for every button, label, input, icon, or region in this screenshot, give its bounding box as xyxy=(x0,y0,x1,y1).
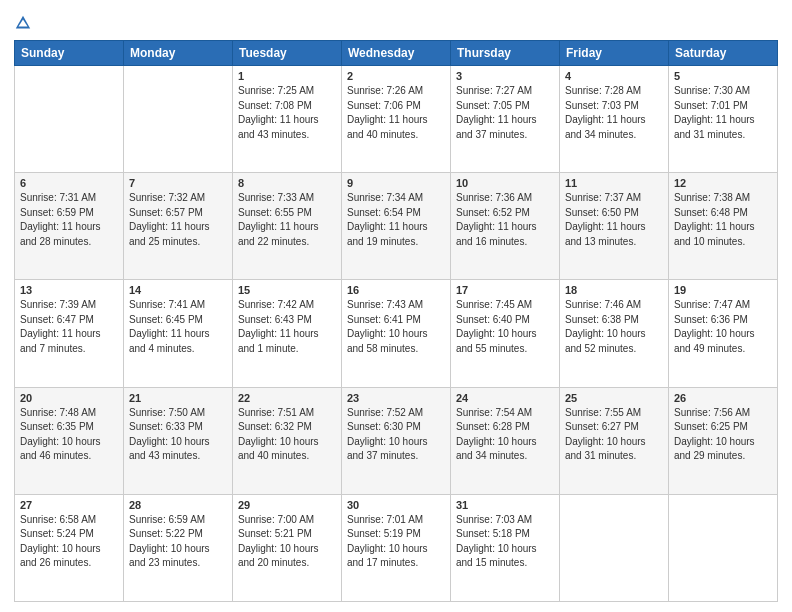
calendar-cell: 18Sunrise: 7:46 AMSunset: 6:38 PMDayligh… xyxy=(560,280,669,387)
page: SundayMondayTuesdayWednesdayThursdayFrid… xyxy=(0,0,792,612)
sunset-text: Sunset: 7:05 PM xyxy=(456,99,554,114)
sunrise-text: Sunrise: 7:26 AM xyxy=(347,84,445,99)
day-info: Sunrise: 7:36 AMSunset: 6:52 PMDaylight:… xyxy=(456,191,554,249)
calendar-cell: 12Sunrise: 7:38 AMSunset: 6:48 PMDayligh… xyxy=(669,173,778,280)
calendar-cell: 1Sunrise: 7:25 AMSunset: 7:08 PMDaylight… xyxy=(233,66,342,173)
day-info: Sunrise: 7:50 AMSunset: 6:33 PMDaylight:… xyxy=(129,406,227,464)
daylight-text: Daylight: 11 hours and 31 minutes. xyxy=(674,113,772,142)
day-number: 16 xyxy=(347,284,445,296)
day-number: 30 xyxy=(347,499,445,511)
calendar-cell: 25Sunrise: 7:55 AMSunset: 6:27 PMDayligh… xyxy=(560,387,669,494)
calendar-cell: 14Sunrise: 7:41 AMSunset: 6:45 PMDayligh… xyxy=(124,280,233,387)
day-number: 5 xyxy=(674,70,772,82)
day-info: Sunrise: 7:25 AMSunset: 7:08 PMDaylight:… xyxy=(238,84,336,142)
day-info: Sunrise: 7:00 AMSunset: 5:21 PMDaylight:… xyxy=(238,513,336,571)
daylight-text: Daylight: 11 hours and 4 minutes. xyxy=(129,327,227,356)
calendar-cell xyxy=(560,494,669,601)
sunrise-text: Sunrise: 7:43 AM xyxy=(347,298,445,313)
day-number: 24 xyxy=(456,392,554,404)
day-info: Sunrise: 7:42 AMSunset: 6:43 PMDaylight:… xyxy=(238,298,336,356)
sunrise-text: Sunrise: 7:25 AM xyxy=(238,84,336,99)
sunrise-text: Sunrise: 7:50 AM xyxy=(129,406,227,421)
sunset-text: Sunset: 7:06 PM xyxy=(347,99,445,114)
daylight-text: Daylight: 10 hours and 20 minutes. xyxy=(238,542,336,571)
sunrise-text: Sunrise: 7:48 AM xyxy=(20,406,118,421)
daylight-text: Daylight: 10 hours and 46 minutes. xyxy=(20,435,118,464)
day-number: 11 xyxy=(565,177,663,189)
sunrise-text: Sunrise: 7:55 AM xyxy=(565,406,663,421)
day-header-saturday: Saturday xyxy=(669,41,778,66)
sunrise-text: Sunrise: 7:45 AM xyxy=(456,298,554,313)
daylight-text: Daylight: 11 hours and 25 minutes. xyxy=(129,220,227,249)
sunrise-text: Sunrise: 7:46 AM xyxy=(565,298,663,313)
calendar-week-1: 1Sunrise: 7:25 AMSunset: 7:08 PMDaylight… xyxy=(15,66,778,173)
daylight-text: Daylight: 11 hours and 13 minutes. xyxy=(565,220,663,249)
day-info: Sunrise: 7:03 AMSunset: 5:18 PMDaylight:… xyxy=(456,513,554,571)
sunset-text: Sunset: 6:45 PM xyxy=(129,313,227,328)
day-info: Sunrise: 7:54 AMSunset: 6:28 PMDaylight:… xyxy=(456,406,554,464)
day-info: Sunrise: 7:37 AMSunset: 6:50 PMDaylight:… xyxy=(565,191,663,249)
day-number: 7 xyxy=(129,177,227,189)
day-number: 14 xyxy=(129,284,227,296)
calendar-cell: 4Sunrise: 7:28 AMSunset: 7:03 PMDaylight… xyxy=(560,66,669,173)
daylight-text: Daylight: 11 hours and 16 minutes. xyxy=(456,220,554,249)
day-info: Sunrise: 7:43 AMSunset: 6:41 PMDaylight:… xyxy=(347,298,445,356)
daylight-text: Daylight: 11 hours and 40 minutes. xyxy=(347,113,445,142)
day-info: Sunrise: 7:34 AMSunset: 6:54 PMDaylight:… xyxy=(347,191,445,249)
sunset-text: Sunset: 6:57 PM xyxy=(129,206,227,221)
sunset-text: Sunset: 6:54 PM xyxy=(347,206,445,221)
daylight-text: Daylight: 10 hours and 40 minutes. xyxy=(238,435,336,464)
sunset-text: Sunset: 6:28 PM xyxy=(456,420,554,435)
day-number: 27 xyxy=(20,499,118,511)
sunset-text: Sunset: 5:21 PM xyxy=(238,527,336,542)
daylight-text: Daylight: 11 hours and 10 minutes. xyxy=(674,220,772,249)
day-header-sunday: Sunday xyxy=(15,41,124,66)
calendar-table: SundayMondayTuesdayWednesdayThursdayFrid… xyxy=(14,40,778,602)
sunset-text: Sunset: 6:50 PM xyxy=(565,206,663,221)
day-info: Sunrise: 7:26 AMSunset: 7:06 PMDaylight:… xyxy=(347,84,445,142)
day-number: 8 xyxy=(238,177,336,189)
daylight-text: Daylight: 11 hours and 7 minutes. xyxy=(20,327,118,356)
sunrise-text: Sunrise: 6:59 AM xyxy=(129,513,227,528)
daylight-text: Daylight: 10 hours and 52 minutes. xyxy=(565,327,663,356)
day-info: Sunrise: 7:46 AMSunset: 6:38 PMDaylight:… xyxy=(565,298,663,356)
daylight-text: Daylight: 10 hours and 37 minutes. xyxy=(347,435,445,464)
day-number: 25 xyxy=(565,392,663,404)
calendar-cell xyxy=(124,66,233,173)
day-header-tuesday: Tuesday xyxy=(233,41,342,66)
daylight-text: Daylight: 11 hours and 43 minutes. xyxy=(238,113,336,142)
day-info: Sunrise: 7:33 AMSunset: 6:55 PMDaylight:… xyxy=(238,191,336,249)
daylight-text: Daylight: 10 hours and 29 minutes. xyxy=(674,435,772,464)
calendar-cell xyxy=(15,66,124,173)
calendar-week-4: 20Sunrise: 7:48 AMSunset: 6:35 PMDayligh… xyxy=(15,387,778,494)
daylight-text: Daylight: 10 hours and 55 minutes. xyxy=(456,327,554,356)
sunset-text: Sunset: 6:41 PM xyxy=(347,313,445,328)
sunrise-text: Sunrise: 7:38 AM xyxy=(674,191,772,206)
calendar-week-2: 6Sunrise: 7:31 AMSunset: 6:59 PMDaylight… xyxy=(15,173,778,280)
sunset-text: Sunset: 6:52 PM xyxy=(456,206,554,221)
daylight-text: Daylight: 11 hours and 1 minute. xyxy=(238,327,336,356)
daylight-text: Daylight: 11 hours and 19 minutes. xyxy=(347,220,445,249)
sunset-text: Sunset: 5:24 PM xyxy=(20,527,118,542)
sunset-text: Sunset: 6:40 PM xyxy=(456,313,554,328)
day-header-wednesday: Wednesday xyxy=(342,41,451,66)
calendar-cell: 9Sunrise: 7:34 AMSunset: 6:54 PMDaylight… xyxy=(342,173,451,280)
daylight-text: Daylight: 10 hours and 43 minutes. xyxy=(129,435,227,464)
calendar-cell: 2Sunrise: 7:26 AMSunset: 7:06 PMDaylight… xyxy=(342,66,451,173)
day-number: 31 xyxy=(456,499,554,511)
day-number: 28 xyxy=(129,499,227,511)
daylight-text: Daylight: 10 hours and 17 minutes. xyxy=(347,542,445,571)
calendar-cell: 23Sunrise: 7:52 AMSunset: 6:30 PMDayligh… xyxy=(342,387,451,494)
calendar-cell: 31Sunrise: 7:03 AMSunset: 5:18 PMDayligh… xyxy=(451,494,560,601)
sunrise-text: Sunrise: 7:33 AM xyxy=(238,191,336,206)
day-info: Sunrise: 7:31 AMSunset: 6:59 PMDaylight:… xyxy=(20,191,118,249)
calendar-cell: 19Sunrise: 7:47 AMSunset: 6:36 PMDayligh… xyxy=(669,280,778,387)
daylight-text: Daylight: 10 hours and 15 minutes. xyxy=(456,542,554,571)
calendar-cell: 5Sunrise: 7:30 AMSunset: 7:01 PMDaylight… xyxy=(669,66,778,173)
day-number: 3 xyxy=(456,70,554,82)
calendar-cell: 10Sunrise: 7:36 AMSunset: 6:52 PMDayligh… xyxy=(451,173,560,280)
day-info: Sunrise: 7:52 AMSunset: 6:30 PMDaylight:… xyxy=(347,406,445,464)
sunset-text: Sunset: 6:35 PM xyxy=(20,420,118,435)
day-number: 19 xyxy=(674,284,772,296)
sunset-text: Sunset: 7:03 PM xyxy=(565,99,663,114)
